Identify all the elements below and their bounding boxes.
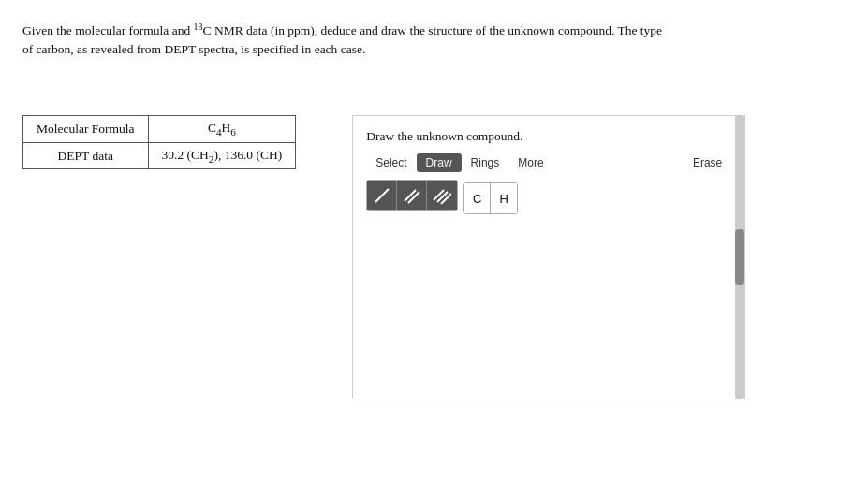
svg-line-0 — [375, 189, 389, 202]
hydrogen-atom-button[interactable]: H — [491, 183, 517, 213]
right-panel: Draw the unknown compound. Select Draw R… — [352, 115, 745, 399]
draw-title: Draw the unknown compound. — [366, 129, 731, 144]
double-bond-icon — [403, 186, 421, 205]
table-cell-dept-label: DEPT data — [23, 142, 149, 169]
table-row-2: DEPT data 30.2 (CH2), 136.0 (CH) — [23, 142, 296, 169]
erase-button[interactable]: Erase — [684, 153, 731, 172]
table-cell-formula-value: C4H6 — [148, 116, 296, 143]
table-cell-formula-label: Molecular Formula — [23, 116, 149, 143]
svg-line-1 — [405, 190, 416, 201]
intro-text: Given the molecular formula and 13C NMR … — [22, 19, 846, 59]
main-content: Molecular Formula C4H6 DEPT data 30.2 (C… — [22, 115, 846, 399]
single-bond-button[interactable] — [367, 181, 397, 210]
rings-button[interactable]: Rings — [462, 153, 509, 172]
tools-row: C H — [366, 180, 731, 217]
toolbar: Select Draw Rings More Erase — [366, 153, 731, 172]
bond-toolbar — [366, 180, 458, 211]
triple-bond-button[interactable] — [427, 181, 457, 210]
carbon-atom-button[interactable]: C — [464, 183, 491, 213]
scrollbar-thumb[interactable] — [735, 229, 744, 285]
svg-line-4 — [437, 192, 448, 202]
scrollbar[interactable] — [735, 116, 744, 399]
left-panel: Molecular Formula C4H6 DEPT data 30.2 (C… — [22, 115, 296, 169]
svg-line-3 — [434, 190, 444, 200]
data-table: Molecular Formula C4H6 DEPT data 30.2 (C… — [22, 115, 296, 169]
double-bond-button[interactable] — [397, 181, 427, 210]
draw-button[interactable]: Draw — [417, 153, 462, 172]
table-cell-dept-value: 30.2 (CH2), 136.0 (CH) — [148, 142, 296, 169]
intro-line2: of carbon, as revealed from DEPT spectra… — [22, 42, 365, 56]
intro-line1: Given the molecular formula and 13C NMR … — [22, 23, 662, 37]
svg-line-5 — [441, 194, 451, 204]
triple-bond-icon — [433, 186, 451, 205]
svg-line-2 — [408, 192, 419, 203]
more-button[interactable]: More — [508, 153, 552, 172]
atom-toolbar: C H — [463, 182, 518, 214]
single-bond-icon — [373, 186, 391, 205]
select-button[interactable]: Select — [366, 153, 416, 172]
draw-area[interactable] — [366, 217, 731, 385]
table-row-1: Molecular Formula C4H6 — [23, 116, 296, 143]
